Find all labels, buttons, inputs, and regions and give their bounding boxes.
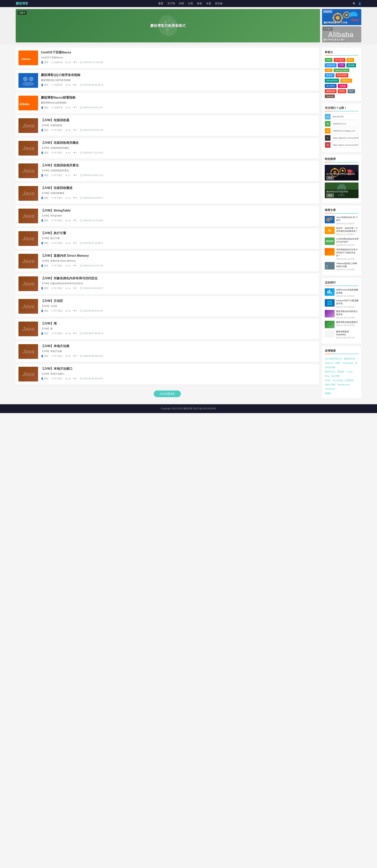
article-title[interactable]: 【JVM】执行引擎: [41, 231, 316, 235]
friend-link[interactable]: 博客Github: [325, 370, 335, 373]
nav-about[interactable]: 关于我: [167, 2, 175, 5]
nav-tag[interactable]: 标签: [197, 2, 202, 5]
tag-weibo[interactable]: 微博运营: [325, 89, 337, 93]
friend-link[interactable]: 框蘑菇: [325, 392, 331, 395]
friend-link[interactable]: 顾域里: [338, 370, 344, 373]
banner-tag[interactable]: 元素▼: [18, 11, 27, 15]
weixin-input[interactable]: [332, 122, 358, 126]
special-recommend-item-2[interactable]: 蘑菇博客 蘑菇博客实现七牛云存储 阅读: [325, 183, 358, 198]
meta-likes: ❤ 0: [73, 174, 77, 177]
friend-link[interactable]: 合打算球的程序员: [325, 358, 342, 360]
article-title[interactable]: 蘑菇博客Nacos部署指南: [41, 96, 316, 100]
list-item[interactable]: 蘑菇博客如何到阿里云服务器 2021-01-04 14:12:06: [325, 310, 358, 319]
friend-link[interactable]: 知道相识: [345, 379, 354, 381]
svg-point-10: [336, 16, 340, 20]
follow-title: 关注我们？么咪！: [325, 106, 358, 112]
tag-interview2[interactable]: 面试题: [346, 63, 356, 67]
search-icon[interactable]: 🔍: [353, 2, 356, 5]
special-recommend-item-1[interactable]: Java 跟Glxko键锤蘑菇博客搭建路演册 阅读: [325, 165, 358, 181]
meta-category: 🏷 后端开发: [51, 84, 63, 86]
list-item[interactable]: 使用Docker快速搭建蘑菇博客 2019-07-31 21:06:23: [325, 288, 358, 297]
tag-nlp[interactable]: NLP: [348, 89, 355, 93]
list-item[interactable]: NGiNX 123456网站是如何支撑百万QPS的? 2019-06-28 14…: [325, 238, 358, 246]
article-meta: 👤 蘑菇 🏷 学习笔记 👁 16 ❤ 0 🕐 2020-08-09 00:41:…: [41, 309, 316, 312]
rec-body: Java 性能优化的 60 个细节 2019-05-11 16:39:47: [336, 216, 358, 225]
banner-main[interactable]: 元素▼ 蘑菇博客切换搜索模式: [16, 9, 320, 42]
friend-link[interactable]: Mybatis-plus: [338, 383, 350, 386]
tag-spring-cloud[interactable]: Spring Cloud: [334, 68, 349, 72]
banner-side-tag-top: 后端开发: [323, 10, 333, 13]
tag-bigdata[interactable]: 大数据: [338, 84, 347, 88]
article-title[interactable]: 【JVM】垃圾回收概述: [41, 186, 316, 190]
nav-guestbook[interactable]: 留言板: [215, 2, 223, 5]
article-title[interactable]: 【JVM】垃圾回收相关算法: [41, 163, 316, 167]
svg-point-4: [170, 27, 172, 29]
article-title[interactable]: 蘑菇博客QQ小程序发布指南: [41, 73, 316, 77]
tag-jvm[interactable]: JVM: [338, 63, 345, 67]
list-item[interactable]: Java 性能优化的 60 个细节 2019-05-11 16:39:47: [325, 216, 358, 225]
article-title[interactable]: 【JVM】本地方法接口: [41, 367, 316, 371]
article-body: 【JVM】本地方法接口 【JVM】本地方法接口 👤 蘑菇 🏷 学习笔记 👁 16…: [41, 367, 316, 380]
nav-category[interactable]: 分类: [188, 2, 193, 5]
qq-input[interactable]: [332, 115, 358, 119]
tag-uml[interactable]: UML: [325, 68, 333, 72]
banner-side-item-bottom[interactable]: 技术教程 Alibaba 蘑菇博客配置域名解析: [322, 26, 361, 42]
friend-link[interactable]: GMaye个人博客: [325, 362, 340, 364]
article-title[interactable]: 【JVM】对象实例化内存布局与访问定位: [41, 276, 316, 280]
article-title[interactable]: CentOS下安装Nacos: [41, 51, 316, 55]
article-title[interactable]: 【JVM】方法区: [41, 299, 316, 303]
read-btn-2[interactable]: 阅读: [326, 193, 334, 197]
github-input[interactable]: [332, 136, 358, 140]
load-more-button[interactable]: 点击加载更多: [154, 391, 181, 397]
svg-point-70: [328, 323, 329, 325]
friend-link[interactable]: PandaBlog: [343, 362, 353, 364]
tag-java[interactable]: Java: [325, 58, 333, 62]
nav-special[interactable]: 专题: [206, 2, 211, 5]
list-item[interactable]: Jo 面试官：如何实现一个高性能的远程服务器？ 2019-12-11 16:39…: [325, 227, 358, 236]
tag-database[interactable]: 数据库: [325, 73, 335, 78]
rec-body: 面试官：如何实现一个高性能的远程服务器？ 2019-12-11 16:39:47: [336, 227, 358, 236]
tag-redis[interactable]: Redis: [338, 89, 346, 93]
read-btn-1[interactable]: 阅读: [326, 176, 334, 180]
meta-date: 🕐 2020-08-13 19:18:03: [80, 219, 103, 222]
tag-interview[interactable]: 面试: [347, 58, 354, 62]
load-more-section: 点击加载更多: [16, 386, 319, 401]
gitee-input[interactable]: [332, 143, 358, 147]
list-item[interactable]: vm ware VMware虚拟机三种网络模式详解 2019-04-27 12:…: [325, 262, 358, 271]
list-item[interactable]: 淘宝购物是如何从各分类到到千万级别开发的？ 2019-06-28 14:24:0…: [325, 248, 358, 260]
friend-link[interactable]: YOUNGJK: [325, 388, 335, 390]
nav-archive[interactable]: 归档: [179, 2, 184, 5]
meta-likes: ❤ 0: [73, 242, 77, 245]
article-excerpt: 【JVM】直接内存 Direct Memory: [41, 259, 316, 262]
list-item[interactable]: window环境下打配置蘑菇环境 2019-07-31 21:06:23: [325, 299, 358, 308]
nav-home[interactable]: 首页: [158, 2, 163, 5]
article-title[interactable]: 【JVM】StringTable: [41, 209, 316, 213]
list-item[interactable]: 蘑菇博客切换搜索模式 2020-01-30 13:32:35: [325, 321, 358, 328]
site-logo[interactable]: 蘑菇博客: [16, 2, 28, 6]
friend-link[interactable]: Glebe: [325, 379, 331, 381]
article-thumbnail: Java: [19, 321, 38, 336]
article-body: CentOS下安装Nacos CentOS下安装Nacos 👤 蘑菇 🏷 后端开…: [41, 51, 316, 64]
thumb-image: Alibaba: [19, 96, 38, 111]
tag-design[interactable]: 设计模式: [325, 84, 337, 88]
article-title[interactable]: 【JVM】垃圾回收相关概念: [41, 141, 316, 145]
tag-msg[interactable]: 消息学习: [340, 79, 352, 83]
friend-link[interactable]: FocusBlog: [333, 379, 343, 381]
hot-body: 蘑菇博客切换搜索模式 2020-01-30 13:32:35: [336, 321, 358, 327]
friend-link[interactable]: 流媒小博客: [325, 383, 336, 386]
article-title[interactable]: 【JVM】垃圾回收器: [41, 118, 316, 122]
tag-tomcat[interactable]: Tomcat: [325, 94, 335, 98]
friend-link[interactable]: 蘑菇博文档: [344, 358, 355, 360]
email-input[interactable]: [332, 129, 358, 133]
article-title[interactable]: 【JVM】堆: [41, 321, 316, 326]
tag-nacosmq[interactable]: NacosMQ: [336, 73, 348, 78]
tag-frontend[interactable]: 前端开发: [325, 63, 337, 67]
tag-spring-boot[interactable]: Spring Boot: [325, 79, 339, 83]
user-icon[interactable]: 👤: [358, 2, 361, 5]
article-title[interactable]: 【JVM】直接内存 Direct Memory: [41, 254, 316, 258]
article-title[interactable]: 【JVM】本地方法栈: [41, 344, 316, 348]
tag-study[interactable]: 学习笔记: [334, 58, 345, 62]
banner-side-item-top[interactable]: 后端开发 Java 蘑菇: [322, 9, 361, 25]
friend-link[interactable]: 知识博客: [331, 375, 340, 377]
list-item[interactable]: 蘑菇博客配置RabbitMQ 2019-12-08 12:57:40: [325, 330, 358, 339]
